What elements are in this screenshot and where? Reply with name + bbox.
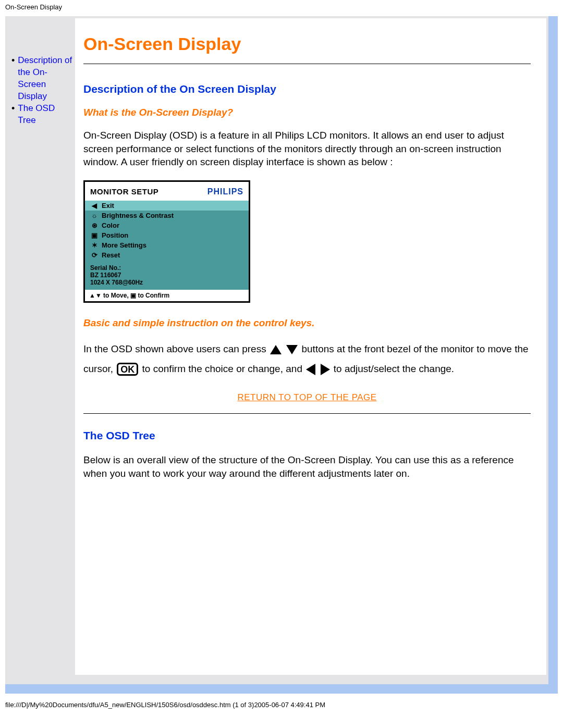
osd-menu-label: Color [102,221,119,229]
sub-heading-what-is-osd: What is the On-Screen Display? [83,107,531,118]
brightness-icon: ☼ [90,212,99,219]
instr-text-3: to confirm the choice or change, and [142,363,305,374]
osd-menu-color: ⊛ Color [85,220,249,230]
arrow-up-icon [270,345,282,354]
osd-info-panel: Serial No.: BZ 116067 1024 X 768@60Hz [85,260,249,289]
osd-footer-instructions: ▲▼ to Move, ▣ to Confirm [85,289,249,301]
settings-icon: ✶ [90,241,99,249]
arrow-down-icon [286,345,298,354]
sidebar-item-description[interactable]: • Description of the On-Screen Display [11,55,73,103]
sidebar-link-description[interactable]: Description of the On-Screen Display [18,55,73,103]
section-heading-description: Description of the On Screen Display [83,83,531,95]
ok-button-icon: OK [117,363,138,376]
arrow-left-icon [306,364,315,375]
osd-menu-reset: ⟳ Reset [85,250,249,260]
osd-title: MONITOR SETUP [90,187,158,196]
osd-menu-label: More Settings [102,241,146,249]
return-to-top-link[interactable]: RETURN TO TOP OF THE PAGE [83,392,531,403]
sidebar-item-osd-tree[interactable]: • The OSD Tree [11,103,73,127]
osd-serial-value: BZ 116067 [90,272,243,279]
instr-text-1: In the OSD shown above users can press [83,343,266,354]
exit-icon: ◀ [90,202,99,209]
divider [83,413,531,414]
osd-menu-label: Brightness & Contrast [102,212,174,219]
osd-menu-label: Position [102,231,128,239]
osd-menu-more-settings: ✶ More Settings [85,240,249,250]
bullet-icon: • [11,103,15,115]
divider [83,64,531,64]
paragraph-osd-tree: Below is an overall view of the structur… [83,453,531,480]
sidebar-link-osd-tree[interactable]: The OSD Tree [18,103,73,127]
arrow-right-icon [321,364,330,375]
osd-menu-label: Reset [102,251,120,259]
page-header-title: On-Screen Display [0,0,563,14]
osd-menu: ◀ Exit ☼ Brightness & Contrast ⊛ Color ▣… [85,201,249,289]
page-title: On-Screen Display [83,34,531,54]
osd-brand-logo: PHILIPS [207,187,243,196]
osd-window: MONITOR SETUP PHILIPS ◀ Exit ☼ Brightnes… [83,180,250,303]
sidebar: • Description of the On-Screen Display •… [7,18,75,675]
osd-resolution: 1024 X 768@60Hz [90,279,243,286]
reset-icon: ⟳ [90,251,99,259]
color-icon: ⊛ [90,221,99,229]
osd-menu-exit: ◀ Exit [85,201,249,211]
section-heading-osd-tree: The OSD Tree [83,429,531,442]
paragraph-instructions: In the OSD shown above users can press b… [83,339,531,379]
frame-inner: • Description of the On-Screen Display •… [7,18,546,675]
osd-serial-label: Serial No.: [90,264,243,272]
document-frame: • Description of the On-Screen Display •… [5,16,558,694]
paragraph-description: On-Screen Display (OSD) is a feature in … [83,129,531,169]
position-icon: ▣ [90,231,99,239]
osd-menu-position: ▣ Position [85,230,249,240]
bullet-icon: • [11,55,15,67]
main-content: On-Screen Display Description of the On … [75,18,546,675]
osd-titlebar: MONITOR SETUP PHILIPS [85,182,249,201]
sub-heading-instructions: Basic and simple instruction on the cont… [83,317,531,329]
page-footer-path: file:///D|/My%20Documents/dfu/A5_new/ENG… [0,699,563,714]
osd-menu-label: Exit [102,202,114,209]
osd-menu-brightness: ☼ Brightness & Contrast [85,211,249,220]
instr-text-4: to adjust/select the change. [334,363,454,374]
